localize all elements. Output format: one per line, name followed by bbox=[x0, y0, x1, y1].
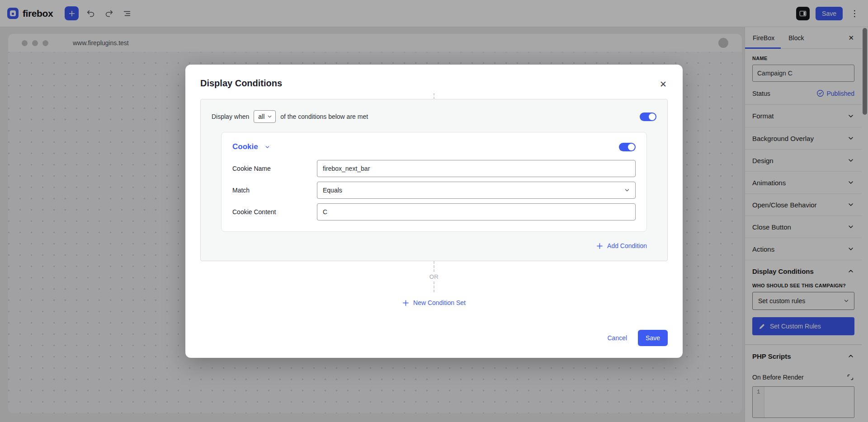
rule-prefix: Display when bbox=[212, 113, 249, 120]
connector-dash bbox=[434, 93, 434, 99]
add-condition-button[interactable]: Add Condition bbox=[212, 232, 656, 250]
cookie-content-input[interactable] bbox=[317, 203, 636, 220]
save-button-modal[interactable]: Save bbox=[638, 330, 668, 346]
match-select[interactable]: Equals bbox=[317, 182, 636, 199]
connector-dash bbox=[434, 281, 434, 292]
match-label: Match bbox=[232, 182, 317, 199]
or-separator: OR bbox=[200, 273, 668, 280]
plus-icon bbox=[596, 243, 603, 249]
chevron-down-icon bbox=[624, 187, 630, 193]
condition-set: Display when all of the conditions below… bbox=[200, 99, 668, 261]
display-conditions-modal: Display Conditions ✕ Display when all of… bbox=[185, 65, 683, 358]
cookie-name-label: Cookie Name bbox=[232, 160, 317, 177]
cancel-button[interactable]: Cancel bbox=[607, 334, 627, 342]
condition-type[interactable]: Cookie bbox=[232, 142, 258, 151]
new-condition-set-button[interactable]: New Condition Set bbox=[200, 299, 668, 306]
modal-title: Display Conditions bbox=[200, 78, 668, 89]
condition-toggle[interactable] bbox=[619, 143, 636, 151]
chevron-down-icon bbox=[267, 114, 273, 120]
modal-close-button[interactable]: ✕ bbox=[657, 78, 669, 90]
chevron-down-icon[interactable] bbox=[264, 144, 270, 150]
condition-set-toggle[interactable] bbox=[640, 113, 656, 121]
cookie-content-label: Cookie Content bbox=[232, 203, 317, 220]
plus-icon bbox=[402, 300, 409, 306]
cookie-name-input[interactable] bbox=[317, 160, 636, 177]
connector-dash bbox=[434, 261, 434, 272]
rule-mode-select[interactable]: all bbox=[254, 110, 276, 123]
rule-suffix: of the conditions below are met bbox=[280, 113, 368, 120]
condition-card: Cookie Cookie Name Match Equals Cookie C… bbox=[221, 132, 647, 232]
